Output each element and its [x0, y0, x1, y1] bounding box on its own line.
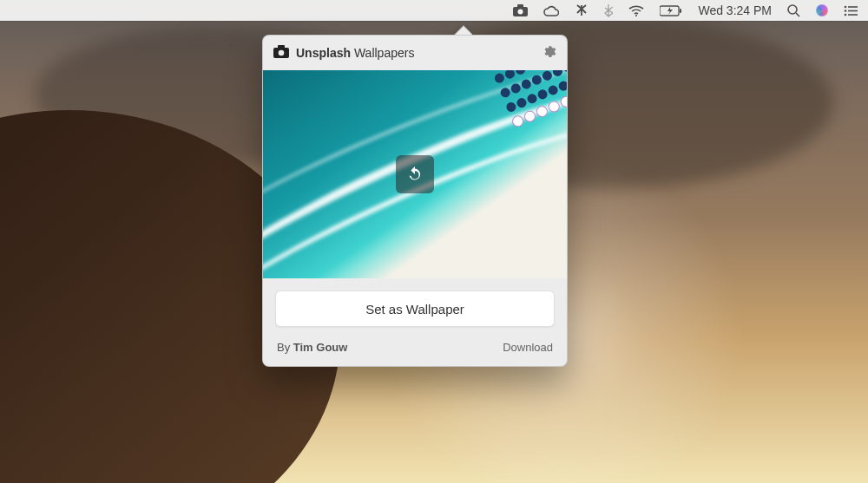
settings-button[interactable] [542, 44, 556, 62]
menu-bar: Wed 3:24 PM [0, 0, 868, 21]
search-icon[interactable] [787, 4, 800, 17]
popover-title: Unsplash Wallpapers [296, 46, 535, 60]
bluetooth-icon[interactable] [604, 3, 613, 17]
action-row: Set as Wallpaper [263, 278, 567, 334]
refresh-button[interactable] [396, 155, 434, 193]
svg-point-3 [635, 15, 637, 16]
wallpaper-preview[interactable] [263, 70, 567, 278]
svg-rect-5 [680, 9, 681, 13]
author-name[interactable]: Tim Gouw [293, 341, 348, 354]
branch-icon[interactable] [575, 3, 589, 17]
cloud-icon[interactable] [543, 5, 559, 16]
menu-datetime[interactable]: Wed 3:24 PM [698, 3, 772, 17]
byline: By Tim Gouw [277, 341, 347, 354]
svg-point-2 [518, 10, 523, 15]
svg-point-9 [845, 10, 847, 12]
svg-rect-1 [517, 4, 523, 8]
camera-icon[interactable] [513, 4, 528, 16]
svg-point-16 [279, 50, 285, 56]
svg-line-7 [796, 13, 799, 16]
brand-name: Unsplash [296, 46, 351, 60]
siri-icon[interactable] [816, 4, 828, 16]
unsplash-popover: Unsplash Wallpapers Set as Wallpa [262, 24, 566, 367]
svg-rect-15 [278, 45, 285, 49]
byline-prefix: By [277, 341, 293, 354]
camera-icon [273, 45, 289, 61]
popover-footer: By Tim Gouw Download [263, 334, 567, 366]
set-wallpaper-button[interactable]: Set as Wallpaper [275, 290, 555, 327]
popover-arrow [453, 24, 472, 35]
download-link[interactable]: Download [503, 341, 553, 354]
svg-point-10 [845, 13, 847, 16]
battery-charging-icon[interactable] [660, 5, 682, 16]
svg-point-6 [788, 5, 797, 14]
popover-header: Unsplash Wallpapers [263, 36, 567, 70]
popover-panel: Unsplash Wallpapers Set as Wallpa [262, 35, 568, 367]
svg-point-8 [845, 5, 847, 8]
wifi-icon[interactable] [628, 5, 644, 16]
product-name: Wallpapers [354, 46, 415, 60]
list-icon[interactable] [844, 5, 858, 16]
